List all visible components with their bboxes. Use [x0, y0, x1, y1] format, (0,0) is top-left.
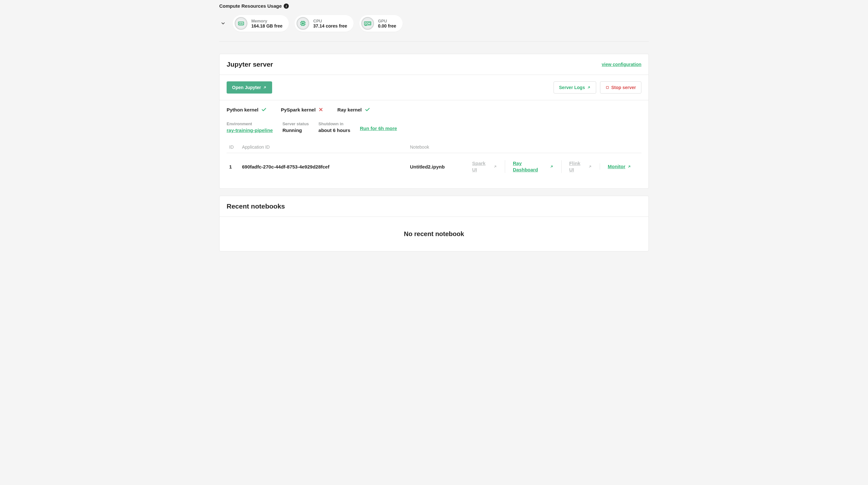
kernel-pyspark: PySpark kernel: [281, 107, 323, 112]
ray-dashboard-link[interactable]: Ray Dashboard: [505, 160, 561, 173]
server-status-meta: Server status Running: [282, 121, 309, 133]
svg-rect-1: [240, 23, 240, 24]
svg-rect-3: [242, 23, 243, 24]
svg-rect-8: [368, 23, 370, 24]
server-meta-row: Environment ray-training-pipeline Server…: [227, 121, 641, 133]
check-icon: [261, 107, 267, 112]
external-link-icon: [263, 86, 267, 89]
jupyter-server-card: Jupyter server view configuration Open J…: [219, 54, 649, 189]
applications-table: ID Application ID Notebook 1 690fadfc-27…: [227, 141, 641, 180]
gpu-icon: [361, 17, 374, 30]
recent-notebooks-title: Recent notebooks: [227, 202, 285, 210]
col-notebook: Notebook: [407, 141, 462, 153]
server-logs-label: Server Logs: [559, 85, 585, 90]
recent-card-header: Recent notebooks: [220, 196, 648, 217]
svg-rect-2: [241, 23, 242, 24]
spark-ui-link[interactable]: Spark UI: [464, 160, 505, 173]
resource-pill-cpu[interactable]: CPU 37.14 cores free: [294, 15, 353, 32]
flink-ui-label: Flink UI: [569, 160, 587, 173]
cpu-icon: [297, 17, 309, 30]
shutdown-value: about 6 hours: [319, 128, 350, 133]
compute-resources-title: Compute Resources Usage i: [219, 3, 649, 9]
external-link-icon: [588, 165, 592, 168]
ray-dashboard-label: Ray Dashboard: [513, 160, 548, 173]
open-jupyter-label: Open Jupyter: [232, 85, 261, 90]
environment-value-link[interactable]: ray-training-pipeline: [227, 128, 273, 133]
resource-pill-gpu[interactable]: GPU 0.00 free: [359, 15, 403, 32]
flink-ui-link[interactable]: Flink UI: [561, 160, 600, 173]
row-id: 1: [227, 153, 240, 180]
memory-label: Memory: [251, 19, 282, 23]
open-jupyter-button[interactable]: Open Jupyter: [227, 82, 272, 94]
server-logs-button[interactable]: Server Logs: [554, 82, 596, 94]
environment-label: Environment: [227, 121, 273, 126]
svg-rect-9: [606, 87, 608, 89]
view-configuration-link[interactable]: view configuration: [602, 62, 641, 67]
external-link-icon: [587, 86, 591, 89]
run-more-link[interactable]: Run for 6h more: [360, 124, 397, 131]
resource-pill-memory[interactable]: Memory 164.18 GB free: [233, 15, 289, 32]
shutdown-meta: Shutdown in about 6 hours: [319, 121, 350, 133]
monitor-link[interactable]: Monitor: [600, 163, 639, 170]
compute-resources-row: Memory 164.18 GB free CPU 37.14 cores fr…: [219, 15, 649, 42]
gpu-label: GPU: [378, 19, 396, 23]
shutdown-label: Shutdown in: [319, 121, 350, 126]
jupyter-card-body: Python kernel PySpark kernel Ray kernel …: [220, 100, 648, 188]
external-link-icon: [627, 165, 631, 168]
col-id: ID: [227, 141, 240, 153]
kernel-python: Python kernel: [227, 107, 267, 112]
external-link-icon: [550, 165, 554, 168]
row-app-id: 690fadfc-270c-44df-8753-4e929d28fcef: [240, 153, 407, 180]
row-notebook: Untitled2.ipynb: [407, 153, 462, 180]
svg-rect-5: [302, 23, 304, 24]
expand-resources-button[interactable]: [219, 20, 227, 27]
jupyter-actions-row: Open Jupyter Server Logs Stop server: [220, 75, 648, 100]
chevron-down-icon: [220, 21, 226, 26]
memory-icon: [235, 17, 247, 30]
server-status-value: Running: [282, 128, 309, 133]
check-icon: [365, 107, 370, 112]
server-status-label: Server status: [282, 121, 309, 126]
stop-server-label: Stop server: [611, 85, 636, 90]
cpu-label: CPU: [313, 19, 347, 23]
recent-empty-state: No recent notebook: [220, 217, 648, 251]
stop-server-button[interactable]: Stop server: [600, 82, 641, 94]
gpu-value: 0.00 free: [378, 23, 396, 29]
cpu-value: 37.14 cores free: [313, 23, 347, 29]
external-link-icon: [493, 165, 497, 168]
environment-meta: Environment ray-training-pipeline: [227, 121, 273, 133]
compute-resources-title-text: Compute Resources Usage: [219, 3, 282, 9]
monitor-label: Monitor: [608, 163, 625, 170]
memory-value: 164.18 GB free: [251, 23, 282, 29]
kernel-status-row: Python kernel PySpark kernel Ray kernel: [227, 107, 641, 112]
table-row: 1 690fadfc-270c-44df-8753-4e929d28fcef U…: [227, 153, 641, 180]
kernel-pyspark-label: PySpark kernel: [281, 107, 315, 112]
stop-icon: [606, 86, 609, 89]
info-icon[interactable]: i: [284, 3, 289, 9]
jupyter-card-header: Jupyter server view configuration: [220, 54, 648, 75]
kernel-ray-label: Ray kernel: [338, 107, 362, 112]
kernel-ray: Ray kernel: [338, 107, 370, 112]
jupyter-title: Jupyter server: [227, 61, 273, 68]
spark-ui-label: Spark UI: [472, 160, 491, 173]
row-actions: Spark UI Ray Dashboard Flink UI: [464, 160, 639, 173]
col-app-id: Application ID: [240, 141, 407, 153]
kernel-python-label: Python kernel: [227, 107, 258, 112]
svg-point-7: [365, 23, 367, 24]
recent-notebooks-card: Recent notebooks No recent notebook: [219, 196, 649, 252]
x-icon: [318, 107, 323, 112]
